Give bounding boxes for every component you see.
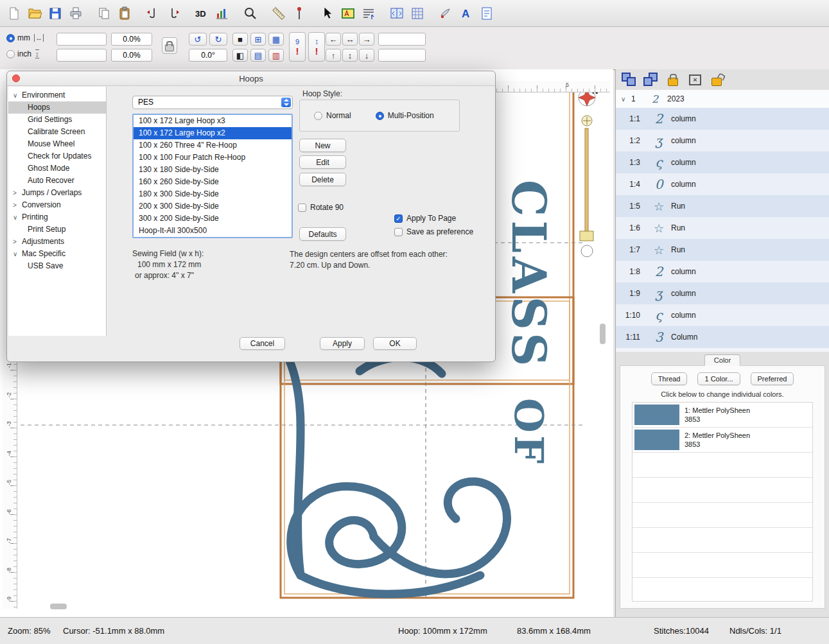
tree-item-auto-recover[interactable]: Auto Recover: [8, 175, 106, 187]
tree-item-hoops[interactable]: Hoops: [8, 101, 106, 114]
thread-row-empty[interactable]: [633, 553, 812, 578]
half-fill-button[interactable]: ◧: [232, 49, 248, 62]
object-row[interactable]: 1:5☆Run: [616, 195, 829, 217]
format-select[interactable]: PES: [132, 96, 293, 109]
tree-item-print-setup[interactable]: Print Setup: [8, 223, 106, 236]
hoop-option[interactable]: 100 x 172 Large Hoop x3: [134, 115, 292, 127]
hoop-option[interactable]: 300 x 200 Side-by-Side: [134, 213, 292, 225]
thread-row[interactable]: 2: Mettler PolySheen3853: [633, 428, 812, 453]
stitch-lines-button[interactable]: ▤: [250, 49, 266, 62]
ok-button[interactable]: OK: [373, 337, 417, 350]
thread-row-empty[interactable]: [633, 578, 812, 602]
stitch-slider[interactable]: [580, 116, 593, 257]
tree-item-grid-settings[interactable]: Grid Settings: [8, 114, 106, 126]
sequence-warning-button[interactable]: 9!: [289, 32, 306, 62]
split-window-button[interactable]: [388, 4, 406, 22]
hoop-option[interactable]: 200 x 300 Side-by-Side: [134, 200, 292, 213]
align-right-button[interactable]: →: [359, 33, 374, 46]
open-folder-button[interactable]: [26, 4, 44, 22]
tree-item-conversion[interactable]: >Conversion: [8, 199, 106, 211]
chart-button[interactable]: [213, 4, 231, 22]
delete-hoop-button[interactable]: Delete: [299, 173, 346, 186]
unit-mm-radio[interactable]: mm ↔: [6, 33, 44, 42]
object-row[interactable]: 1:3ςcolumn: [616, 152, 829, 173]
copy-button[interactable]: [95, 4, 113, 22]
new-hoop-button[interactable]: New: [299, 139, 346, 152]
apply-button[interactable]: Apply: [320, 337, 365, 350]
align-top-button[interactable]: ↑: [326, 49, 341, 62]
design-text-of[interactable]: OF: [505, 398, 552, 466]
width-percent-field[interactable]: [111, 33, 152, 46]
thread-row[interactable]: 1: Mettler PolySheen3853: [633, 403, 812, 428]
chevron-right-icon[interactable]: >: [13, 187, 22, 199]
tree-item-usb-save[interactable]: USB Save: [8, 260, 106, 272]
letter-a-button[interactable]: A: [457, 4, 475, 22]
slider-knob[interactable]: [581, 245, 593, 257]
hoop-option[interactable]: Hoop-It-All 300x500: [134, 225, 292, 237]
proportional-lock-button[interactable]: [162, 37, 177, 54]
design-text-class[interactable]: CLASS: [502, 180, 556, 370]
pin-button[interactable]: [290, 4, 308, 22]
tree-item-mouse-wheel[interactable]: Mouse Wheel: [8, 138, 106, 150]
three-d-button[interactable]: 3D: [193, 4, 211, 22]
align-bottom-button[interactable]: ↓: [359, 49, 374, 62]
notes-button[interactable]: [478, 4, 496, 22]
hoop-option[interactable]: 100 x 260 Three 4" Re-Hoop: [134, 139, 292, 152]
mesh-transform-button[interactable]: [408, 4, 426, 22]
tree-item-jumps-overlaps[interactable]: >Jumps / Overlaps: [8, 187, 106, 199]
position-x-field[interactable]: [378, 33, 426, 46]
hoop-style-multi-radio[interactable]: Multi-Position: [376, 111, 434, 120]
fit-hoop-button[interactable]: ▦: [268, 33, 284, 46]
thread-row-empty[interactable]: [633, 478, 812, 503]
rotate-90-checkbox[interactable]: Rotate 90: [298, 203, 344, 212]
stitch-columns-button[interactable]: ▥: [268, 49, 284, 62]
stack-button[interactable]: [621, 72, 638, 87]
design-swirl-ornament[interactable]: [289, 358, 507, 595]
thread-row-empty[interactable]: [633, 453, 812, 478]
object-row[interactable]: 1:10ςcolumn: [616, 304, 829, 326]
hoop-option[interactable]: 180 x 300 Side-by-Side: [134, 188, 292, 200]
hoop-option[interactable]: 130 x 180 Side-by-Side: [134, 164, 292, 176]
slider-handle[interactable]: [580, 231, 593, 241]
defaults-button[interactable]: Defaults: [299, 227, 346, 241]
thread-row-empty[interactable]: [633, 503, 812, 528]
unit-inch-radio[interactable]: inch ↕: [6, 49, 39, 58]
one-color-button[interactable]: 1 Color...: [697, 372, 740, 385]
object-row[interactable]: 1:7☆Run: [616, 239, 829, 261]
chevron-right-icon[interactable]: >: [13, 199, 22, 211]
unlock-button[interactable]: [708, 72, 725, 87]
object-row[interactable]: 1:9ʒcolumn: [616, 283, 829, 304]
edit-hoop-button[interactable]: Edit: [299, 155, 346, 169]
sequence-button[interactable]: [643, 72, 659, 87]
tree-item-check-for-updates[interactable]: Check for Updates: [8, 150, 106, 162]
thread-swatch[interactable]: [634, 405, 679, 425]
rotate-ccw-button[interactable]: ↺: [189, 33, 207, 46]
chevron-down-icon[interactable]: ∨: [616, 96, 631, 103]
chevron-down-icon[interactable]: ∨: [13, 248, 22, 260]
height-percent-field[interactable]: [111, 49, 152, 62]
hoop-option-selected[interactable]: 100 x 172 Large Hoop x2: [134, 127, 292, 139]
object-row[interactable]: 1:2ʒcolumn: [616, 130, 829, 152]
paste-button[interactable]: [116, 4, 134, 22]
save-as-preference-checkbox[interactable]: Save as preference: [394, 227, 473, 236]
object-row[interactable]: 1:113Column: [616, 326, 829, 348]
lettering-button[interactable]: [339, 4, 357, 22]
cursor-button[interactable]: [319, 4, 336, 22]
width-value-field[interactable]: [57, 33, 107, 46]
print-button[interactable]: [67, 4, 85, 22]
align-center-h-button[interactable]: ↔: [342, 33, 358, 46]
knife-button[interactable]: [437, 4, 455, 22]
preferred-button[interactable]: Preferred: [751, 372, 794, 385]
sequence-forward-button[interactable]: [164, 4, 182, 22]
measure-warning-button[interactable]: ↕!: [308, 32, 325, 62]
tree-item-environment[interactable]: ∨Environment: [8, 89, 106, 101]
chevron-right-icon[interactable]: >: [13, 236, 22, 248]
design-root-row[interactable]: ∨ 1 2 2023: [616, 90, 829, 108]
center-design-button[interactable]: ⊞: [250, 33, 266, 46]
delete-box-button[interactable]: ×: [686, 72, 703, 87]
tree-item-mac-specific[interactable]: ∨Mac Specific: [8, 248, 106, 260]
hoop-option[interactable]: 100 x 100 Four Patch Re-Hoop: [134, 152, 292, 164]
rotate-cw-button[interactable]: ↻: [209, 33, 227, 46]
thread-row-empty[interactable]: [633, 528, 812, 553]
hoop-option[interactable]: 160 x 260 Side-by-Side: [134, 176, 292, 188]
